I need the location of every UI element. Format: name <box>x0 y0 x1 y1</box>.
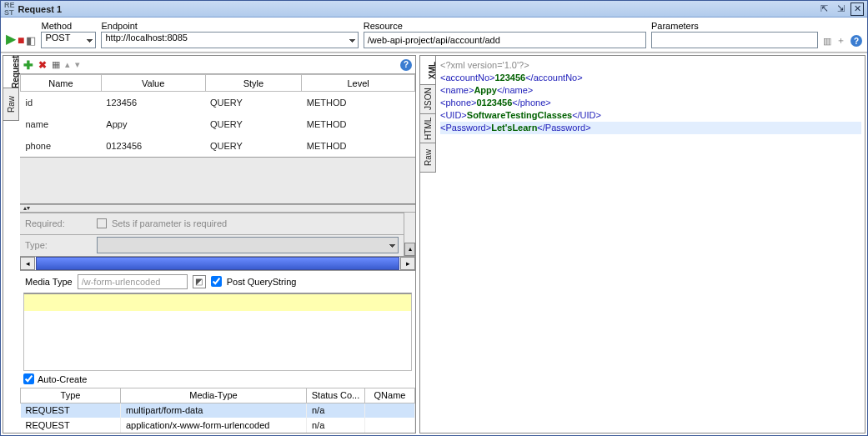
body-editor[interactable] <box>23 293 412 371</box>
col-type[interactable]: Type <box>21 388 121 403</box>
minimize-icon[interactable]: ⇱ <box>817 3 830 16</box>
add-param-button[interactable]: ✚ <box>23 58 33 72</box>
up-icon[interactable]: ▴ <box>65 59 70 70</box>
post-querystring-label: Post QueryString <box>227 277 297 287</box>
tab-json[interactable]: JSON <box>419 84 436 114</box>
close-icon[interactable]: ✕ <box>850 3 864 16</box>
attachments-table: Type Media-Type Status Co... QName REQUE… <box>20 388 415 433</box>
down-icon[interactable]: ▾ <box>75 59 80 70</box>
stop-button[interactable]: ■ <box>18 33 24 47</box>
auto-create-label: Auto-Create <box>38 374 87 384</box>
endpoint-select[interactable]: http://localhost:8085 <box>101 32 358 48</box>
col-name[interactable]: Name <box>21 75 102 92</box>
rest-icon: RE ST <box>4 2 15 17</box>
table-row[interactable]: phone0123456QUERYMETHOD <box>21 135 415 157</box>
table-row[interactable]: id123456QUERYMETHOD <box>21 92 415 113</box>
type-select[interactable] <box>97 237 399 253</box>
param-help-icon[interactable]: ? <box>400 59 412 71</box>
title-bar: RE ST Request 1 ⇱ ⇲ ✕ <box>1 1 867 18</box>
table-row[interactable]: REQUESTapplication/x-www-form-urlencoded… <box>21 418 415 433</box>
tab-xml[interactable]: XML <box>419 55 436 85</box>
tab-raw[interactable]: Raw <box>3 88 19 121</box>
media-type-label: Media Type <box>25 277 73 287</box>
tab-raw-response[interactable]: Raw <box>419 143 436 173</box>
media-type-input[interactable] <box>78 274 188 289</box>
table-row[interactable]: REQUESTmultipart/form-datan/a <box>21 403 415 418</box>
col-value[interactable]: Value <box>101 75 205 92</box>
add-icon[interactable]: ＋ <box>836 34 845 47</box>
method-select[interactable]: POST <box>41 32 96 48</box>
flag-icon[interactable]: ◧ <box>26 34 36 47</box>
required-checkbox[interactable] <box>97 218 107 228</box>
post-querystring-checkbox[interactable] <box>211 276 222 287</box>
run-button[interactable]: ▶ <box>6 31 16 47</box>
method-label: Method <box>41 21 96 31</box>
help-icon[interactable]: ? <box>850 35 862 47</box>
request-bar: ▶ ■ ◧ Method POST Endpoint http://localh… <box>1 18 867 53</box>
parameters-input[interactable] <box>651 32 818 48</box>
param-toolbar: ✚ ✖ ▦ ▴ ▾ ? <box>20 56 415 74</box>
parameters-label: Parameters <box>651 21 818 31</box>
required-label: Required: <box>25 218 92 228</box>
col-mediatype[interactable]: Media-Type <box>121 388 307 403</box>
window-title: Request 1 <box>18 4 63 14</box>
required-desc: Sets if parameter is required <box>112 218 227 228</box>
maximize-icon[interactable]: ⇲ <box>834 3 847 16</box>
expand-bar[interactable]: ▴▾ <box>20 204 415 213</box>
scroll-left-button[interactable]: ◂ <box>20 257 35 270</box>
param-table: Name Value Style Level id123456QUERYMETH… <box>20 74 415 204</box>
type-label: Type: <box>25 240 92 250</box>
tab-html[interactable]: HTML <box>419 113 436 143</box>
scroll-track[interactable] <box>36 257 399 270</box>
col-qname[interactable]: QName <box>365 388 415 403</box>
media-edit-icon[interactable]: ◩ <box>193 275 206 288</box>
scroll-right-button[interactable]: ▸ <box>400 257 415 270</box>
response-pane: XML JSON HTML Raw <?xml version='1.0'?> … <box>419 55 865 433</box>
remove-param-button[interactable]: ✖ <box>38 59 47 71</box>
resource-input[interactable] <box>364 32 646 48</box>
col-level[interactable]: Level <box>302 75 415 92</box>
url-icon[interactable]: ▦ <box>52 59 60 70</box>
col-style[interactable]: Style <box>205 75 302 92</box>
prop-scrollbar[interactable]: ▴ <box>404 213 415 256</box>
col-status[interactable]: Status Co... <box>307 388 365 403</box>
tab-request[interactable]: Request <box>3 55 19 88</box>
resource-label: Resource <box>364 21 646 31</box>
table-row[interactable]: nameAppyQUERYMETHOD <box>21 113 415 135</box>
split-icon[interactable]: ▥ <box>823 36 831 47</box>
auto-create-checkbox[interactable] <box>23 373 34 384</box>
endpoint-label: Endpoint <box>101 21 358 31</box>
request-pane: Request Raw ✚ ✖ ▦ ▴ ▾ ? Name Value Style <box>3 55 416 433</box>
response-body[interactable]: <?xml version='1.0'?> <accountNo>123456<… <box>437 56 865 433</box>
